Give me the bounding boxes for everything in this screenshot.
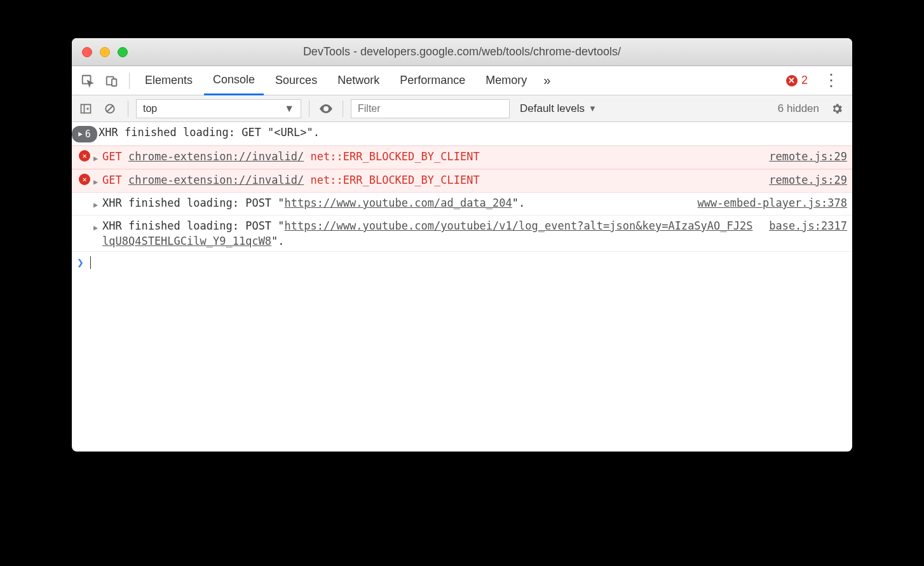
close-window-button[interactable]: [82, 47, 92, 57]
window-title: DevTools - developers.google.com/web/too…: [72, 45, 852, 59]
source-link[interactable]: www-embed-player.js:378: [698, 195, 847, 211]
clear-console-icon[interactable]: [100, 99, 120, 119]
message-text: GET chrome-extension://invalid/ net::ERR…: [102, 149, 759, 164]
error-count-badge[interactable]: ✕ 2: [781, 74, 813, 87]
tab-performance[interactable]: Performance: [391, 66, 474, 95]
tab-sources[interactable]: Sources: [266, 66, 326, 95]
tab-network[interactable]: Network: [329, 66, 388, 95]
console-log-message[interactable]: ▶ XHR finished loading: POST "https://ww…: [72, 216, 852, 252]
message-text: XHR finished loading: GET "<URL>".: [93, 125, 847, 140]
context-value: top: [143, 103, 157, 114]
context-selector[interactable]: top ▼: [136, 99, 301, 118]
disclosure-icon[interactable]: ▶: [93, 149, 102, 166]
tabs-overflow-button[interactable]: »: [538, 66, 555, 95]
live-expression-icon[interactable]: [317, 100, 335, 118]
dropdown-icon: ▼: [284, 103, 294, 114]
devtools-window: DevTools - developers.google.com/web/too…: [72, 38, 852, 452]
separator: [343, 100, 343, 117]
console-toolbar: top ▼ Default levels ▼ 6 hidden: [72, 95, 852, 122]
group-badge: ▶6: [76, 125, 93, 142]
console-output: ▶6 XHR finished loading: GET "<URL>". ✕ …: [72, 122, 852, 452]
zoom-window-button[interactable]: [118, 47, 128, 57]
levels-label: Default levels: [520, 102, 585, 115]
error-icon: ✕: [786, 75, 798, 86]
disclosure-icon[interactable]: ▶: [93, 218, 102, 235]
message-text: XHR finished loading: POST "https://www.…: [102, 195, 688, 211]
console-settings-icon[interactable]: [828, 100, 846, 118]
console-log-message[interactable]: ▶ XHR finished loading: POST "https://ww…: [72, 193, 852, 216]
source-link[interactable]: remote.js:29: [769, 149, 847, 164]
traffic-lights: [82, 47, 128, 57]
main-menu-button[interactable]: ⋮: [815, 71, 847, 90]
tab-console[interactable]: Console: [204, 66, 264, 95]
error-icon: ✕: [79, 174, 90, 185]
dropdown-icon: ▼: [588, 104, 597, 113]
source-link[interactable]: base.js:2317: [769, 218, 847, 233]
show-console-sidebar-icon[interactable]: [76, 99, 96, 119]
prompt-icon: ❯: [77, 256, 84, 269]
console-error-message[interactable]: ✕ ▶ GET chrome-extension://invalid/ net:…: [72, 146, 852, 169]
filter-input[interactable]: [351, 99, 510, 118]
console-error-message[interactable]: ✕ ▶ GET chrome-extension://invalid/ net:…: [72, 169, 852, 193]
disclosure-icon[interactable]: ▶: [93, 172, 102, 190]
separator: [309, 100, 309, 117]
svg-rect-2: [112, 79, 116, 86]
tab-memory[interactable]: Memory: [477, 66, 536, 95]
error-count-text: 2: [801, 74, 808, 87]
cursor: [90, 256, 91, 269]
separator: [129, 72, 130, 89]
message-text: GET chrome-extension://invalid/ net::ERR…: [102, 172, 759, 188]
error-icon: ✕: [79, 150, 90, 162]
console-prompt[interactable]: ❯: [72, 252, 852, 273]
source-link[interactable]: remote.js:29: [769, 172, 847, 188]
svg-line-6: [107, 106, 113, 112]
inspect-element-icon[interactable]: [77, 70, 99, 92]
hidden-messages-label[interactable]: 6 hidden: [773, 102, 824, 115]
main-tabbar: Elements Console Sources Network Perform…: [72, 66, 852, 95]
log-levels-selector[interactable]: Default levels ▼: [513, 102, 603, 115]
message-text: XHR finished loading: POST "https://www.…: [102, 218, 759, 249]
minimize-window-button[interactable]: [100, 47, 110, 57]
tab-elements[interactable]: Elements: [136, 66, 201, 95]
titlebar: DevTools - developers.google.com/web/too…: [72, 38, 852, 66]
svg-point-7: [325, 107, 327, 110]
separator: [128, 100, 128, 117]
disclosure-icon[interactable]: ▶: [93, 195, 102, 212]
device-toolbar-icon[interactable]: [101, 70, 123, 92]
svg-rect-3: [81, 104, 91, 113]
console-message-group[interactable]: ▶6 XHR finished loading: GET "<URL>".: [72, 122, 852, 146]
